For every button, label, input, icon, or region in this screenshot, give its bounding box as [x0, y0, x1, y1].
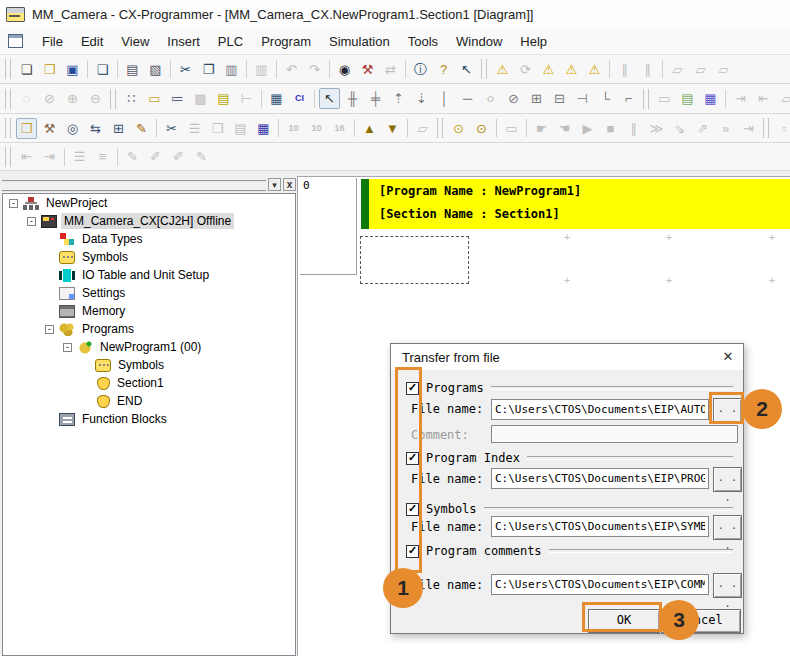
program-comments-browse-button[interactable]: . . . — [713, 573, 742, 598]
tree-item-section1[interactable]: Section1 — [3, 374, 295, 392]
binary-monitor-icon[interactable]: ▦ — [253, 118, 274, 139]
show-grid-icon[interactable]: ∷ — [121, 88, 142, 109]
drag-handle[interactable] — [2, 180, 266, 192]
toolbar-grip[interactable] — [110, 89, 116, 109]
workspace-toggle-icon[interactable]: ❒ — [16, 118, 37, 139]
cut-icon[interactable]: ✂ — [175, 59, 196, 80]
ci-view-icon[interactable]: CI — [289, 88, 310, 109]
tree-expander-icon[interactable]: - — [63, 343, 72, 352]
find-warning-icon[interactable]: ⚠ — [538, 59, 559, 80]
menu-view[interactable]: View — [112, 31, 158, 52]
release-protection-icon[interactable]: ⊙ — [471, 118, 492, 139]
rung-number-cell[interactable]: 0 — [300, 178, 357, 275]
line-delete-icon[interactable]: ⌐ — [618, 88, 639, 109]
tree-item-symbols[interactable]: Symbols — [3, 248, 295, 266]
symbols-browse-button[interactable]: . . . — [713, 515, 742, 540]
rung-list-icon[interactable]: ≔ — [167, 88, 188, 109]
tree-item-io-table-and-unit-setup[interactable]: IO Table and Unit Setup — [3, 266, 295, 284]
program-comment-block[interactable]: [Program Name : NewProgram1] [Section Na… — [361, 179, 790, 229]
help-icon[interactable]: ? — [433, 59, 454, 80]
properties-icon[interactable]: ✎ — [131, 118, 152, 139]
open-file-icon[interactable]: ❒ — [39, 59, 60, 80]
program-index-file-input[interactable] — [491, 468, 709, 489]
toolbar-grip[interactable] — [5, 59, 11, 79]
print-preview-icon[interactable]: ▧ — [145, 59, 166, 80]
tree-item-memory[interactable]: Memory — [3, 302, 295, 320]
horizontal-line-icon[interactable]: ─ — [457, 88, 478, 109]
output-window-icon[interactable]: ⚒ — [39, 118, 60, 139]
selection-rect[interactable] — [360, 236, 469, 284]
transfer-to-plc-icon[interactable]: ⚠ — [584, 59, 605, 80]
chevron-down-icon[interactable]: ▾ — [268, 178, 281, 191]
close-icon[interactable]: ✕ — [713, 344, 743, 370]
coil-closed-icon[interactable]: ⊘ — [503, 88, 524, 109]
menu-program[interactable]: Program — [252, 31, 320, 52]
menu-window[interactable]: Window — [447, 31, 511, 52]
ladder-sections-icon[interactable]: ▤ — [213, 88, 234, 109]
toolbar-grip[interactable] — [5, 147, 11, 167]
instruction-box-icon[interactable]: ⊞ — [526, 88, 547, 109]
tree-item-settings[interactable]: Settings — [3, 284, 295, 302]
menu-help[interactable]: Help — [511, 31, 556, 52]
grid-view-icon[interactable]: ▦ — [700, 88, 721, 109]
tree-item-programs[interactable]: -Programs — [3, 320, 295, 338]
tree-item-function-blocks[interactable]: Function Blocks — [3, 410, 295, 428]
find-icon[interactable]: ◉ — [334, 59, 355, 80]
tree-expander-icon[interactable]: - — [9, 199, 18, 208]
next-reference-icon[interactable]: ▼ — [382, 118, 403, 139]
menu-insert[interactable]: Insert — [158, 31, 209, 52]
menu-tools[interactable]: Tools — [399, 31, 447, 52]
print-icon[interactable]: ▤ — [122, 59, 143, 80]
contact-down-icon[interactable]: ⇣ — [411, 88, 432, 109]
find-replace-icon[interactable]: ⚒ — [357, 59, 378, 80]
dialog-title-bar[interactable]: Transfer from file ✕ — [391, 344, 743, 370]
close-icon[interactable]: x — [283, 178, 296, 191]
toolbar-grip[interactable] — [643, 89, 649, 109]
contact-up-icon[interactable]: ⇡ — [388, 88, 409, 109]
toolbar-grip[interactable] — [763, 118, 769, 138]
previous-reference-icon[interactable]: ▲ — [359, 118, 380, 139]
address-reference-icon[interactable]: ⊞ — [108, 118, 129, 139]
paste-icon[interactable]: ▥ — [221, 59, 242, 80]
toolbar-grip[interactable] — [5, 118, 11, 138]
line-connect-icon[interactable]: └ — [595, 88, 616, 109]
menu-file[interactable]: File — [33, 31, 72, 52]
menu-plc[interactable]: PLC — [209, 31, 252, 52]
set-protection-icon[interactable]: ⊙ — [448, 118, 469, 139]
copy-icon[interactable]: ❐ — [198, 59, 219, 80]
page-search-icon[interactable]: ❑ — [92, 59, 113, 80]
comment-note-icon[interactable]: ▭ — [144, 88, 165, 109]
tree-item-newprogram1-00-[interactable]: -NewProgram1 (00) — [3, 338, 295, 356]
menu-simulation[interactable]: Simulation — [320, 31, 399, 52]
contact-no-icon[interactable]: ╫ — [342, 88, 363, 109]
tree-item-data-types[interactable]: Data Types — [3, 230, 295, 248]
select-tool-icon[interactable]: ↖ — [319, 88, 340, 109]
tree-item-mm-camera-cx-cj2h-offline[interactable]: -MM_Camera_CX[CJ2H] Offline — [3, 212, 295, 230]
tree-item-newproject[interactable]: -NewProject — [3, 194, 295, 212]
compile-icon[interactable]: ⚠ — [492, 59, 513, 80]
toolbar-grip[interactable] — [5, 89, 11, 109]
context-help-icon[interactable]: ↖ — [456, 59, 477, 80]
save-icon[interactable]: ▣ — [62, 59, 83, 80]
layers-icon[interactable]: ▤ — [677, 88, 698, 109]
tree-item-symbols[interactable]: Symbols — [3, 356, 295, 374]
tree-expander-icon[interactable]: - — [45, 325, 54, 334]
program-check-icon[interactable]: ⚠ — [561, 59, 582, 80]
watch-window-icon[interactable]: ◎ — [62, 118, 83, 139]
program-comments-file-input[interactable] — [491, 574, 709, 595]
fb-invocation-icon[interactable]: ⊣ — [572, 88, 593, 109]
mnemonic-view-icon[interactable]: ▦ — [266, 88, 287, 109]
instruction-box-closed-icon[interactable]: ⊟ — [549, 88, 570, 109]
tree-expander-icon[interactable]: - — [27, 217, 36, 226]
new-file-icon[interactable]: ❏ — [16, 59, 37, 80]
info-icon[interactable]: ⓘ — [410, 59, 431, 80]
tree-item-end[interactable]: END — [3, 392, 295, 410]
toolbar-grip[interactable] — [481, 59, 487, 79]
child-window-icon[interactable] — [8, 34, 23, 48]
find-symbol-icon[interactable]: ✂ — [161, 118, 182, 139]
coil-icon[interactable]: ○ — [480, 88, 501, 109]
menu-edit[interactable]: Edit — [72, 31, 112, 52]
symbols-file-input[interactable] — [491, 516, 709, 537]
vertical-line-icon[interactable]: │ — [434, 88, 455, 109]
toolbar-grip[interactable] — [437, 118, 443, 138]
